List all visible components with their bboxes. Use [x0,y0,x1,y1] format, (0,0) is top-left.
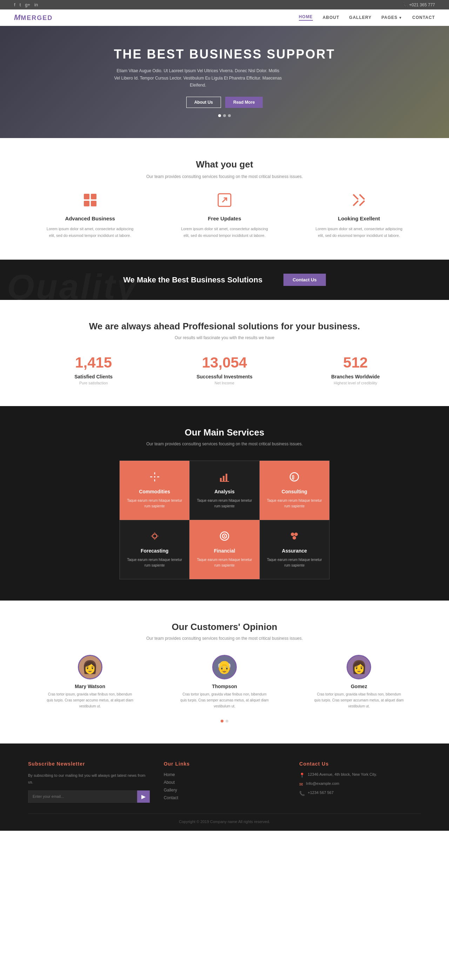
section-title: What you get [28,159,421,170]
navbar: MMerged Home About Gallery Pages ▼ Conta… [0,10,449,26]
svg-line-7 [353,201,358,206]
testimonial-text-2: Cras tortor ipsum, gravida vitae finibus… [313,691,404,709]
service-analysis[interactable]: Analysis Taque earum rerum hitaque tenet… [189,461,259,520]
contact-email-item: ✉ Info@example.com [299,781,421,787]
footer-link-gallery[interactable]: Gallery [164,788,286,792]
service-forecasting[interactable]: Forecasting Taque earum rerum hitaque te… [120,520,189,579]
testimonial-name-1: Thompson [179,684,270,689]
svg-point-25 [294,533,298,536]
hero-content: The Best Business Support Etiam Vitae Au… [113,47,335,117]
testimonial-gomez: 👩 Gomez Cras tortor ipsum, gravida vitae… [313,655,404,709]
footer-link-about[interactable]: About [164,780,286,785]
service-title-5: Assurance [267,548,322,554]
footer-link-home[interactable]: Home [164,772,286,777]
linkedin-icon[interactable]: in [34,2,38,7]
customers-subtitle: Our team provides consulting services fo… [28,636,421,641]
stats-grid: 1,415 Satisfied Clients Pure satisfactio… [28,354,421,385]
stat-number-2: 512 [290,354,421,371]
what-you-get-section: What you get Our team provides consultin… [0,138,449,259]
service-desc-0: Taque earum rerum hitaque tenetur rum sa… [127,498,182,509]
svg-text:₿: ₿ [292,474,294,480]
stat-sub-2: Highest level of credibility [290,381,421,385]
phone-icon: 📞 [299,791,305,796]
logo[interactable]: MMerged [14,13,53,22]
newsletter-title: Subscribe Newsletter [28,761,150,767]
stat-branches: 512 Branches Worldwide Highest level of … [290,354,421,385]
testimonial-name-2: Gomez [313,684,404,689]
hero-subtitle: Etiam Vitae Augue Odio. Ut Laoreet Ipsum… [113,67,282,89]
stat-number-0: 1,415 [28,354,159,371]
testimonial-dot-2[interactable] [225,720,228,722]
footer-contact-title: Contact Us [299,761,421,767]
contact-address: 12346 Avenue, 4th block, New York City. [308,772,377,776]
email-icon: ✉ [299,782,303,787]
nav-about[interactable]: About [323,15,340,20]
grid-icon [83,193,97,210]
services-section: Our Main Services Our team provides cons… [0,406,449,601]
assurance-icon [267,531,322,544]
read-more-button[interactable]: Read More [225,97,263,108]
analysis-icon [197,472,252,485]
service-commodities[interactable]: Commodities Taque earum rerum hitaque te… [120,461,189,520]
about-us-button[interactable]: About Us [186,97,221,108]
contact-email: Info@example.com [306,781,339,786]
dot-1[interactable] [218,114,221,117]
nav-gallery[interactable]: Gallery [349,15,371,20]
service-title-0: Commodities [127,489,182,495]
svg-rect-3 [91,201,96,206]
svg-rect-15 [223,476,225,481]
google-plus-icon[interactable]: g+ [25,2,30,7]
newsletter-submit-button[interactable]: ▶ [137,791,150,803]
hero-section: The Best Business Support Etiam Vitae Au… [0,26,449,138]
stats-section: We are always ahead Proffesional solutio… [0,300,449,406]
nav-home[interactable]: Home [299,14,313,21]
newsletter-email-input[interactable] [28,791,137,803]
footer-link-contact[interactable]: Contact [164,795,286,800]
feature-advanced-business: Advanced Business Lorem ipsum dolor sit … [45,193,136,239]
stat-label-2: Branches Worldwide [290,374,421,379]
hero-carousel-dots [113,114,335,117]
svg-point-18 [290,473,299,481]
location-icon: 📍 [299,773,305,778]
feature-title-1: Free Updates [179,215,270,221]
newsletter-desc: By subscribing to our mailing list you w… [28,772,150,785]
testimonial-dot-1[interactable] [221,720,224,722]
facebook-icon[interactable]: f [14,2,16,7]
dot-3[interactable] [228,114,231,117]
svg-rect-2 [84,201,89,206]
footer-contact-col: Contact Us 📍 12346 Avenue, 4th block, Ne… [299,761,421,803]
service-financial[interactable]: Financial Taque earum rerum hitaque tene… [189,520,259,579]
contact-us-button[interactable]: Contact Us [283,274,326,286]
svg-line-8 [360,201,364,206]
cross-icon [352,193,366,210]
stats-subtitle: Our results will fascinate you with the … [28,335,421,340]
chevron-down-icon: ▼ [398,16,402,20]
contact-phone: +1234 567 567 [308,791,334,795]
testimonial-thompson: 👴 Thompson Cras tortor ipsum, gravida vi… [179,655,270,709]
feature-title-0: Advanced Business [45,215,136,221]
footer-links-list: Home About Gallery Contact [164,772,286,800]
footer-links-title: Our Links [164,761,286,767]
svg-rect-14 [220,478,222,481]
testimonials-grid: 👩 Mary Watson Cras tortor ipsum, gravida… [28,655,421,709]
stat-investments: 13,054 Successful Investments Net Income [159,354,290,385]
service-title-3: Forecasting [127,548,182,554]
services-grid: Commodities Taque earum rerum hitaque te… [119,460,330,579]
feature-looking-exellent: Looking Exellent Lorem ipsum dolor sit a… [313,193,404,239]
service-assurance[interactable]: Assurance Taque earum rerum hitaque tene… [260,520,329,579]
nav-pages[interactable]: Pages ▼ [381,15,402,20]
twitter-icon[interactable]: t [20,2,21,7]
cta-heading: We Make the Best Business Solutions [123,275,262,285]
service-desc-4: Taque earum rerum hitaque tenetur rum sa… [197,557,252,568]
stat-sub-0: Pure satisfaction [28,381,159,385]
stat-label-1: Successful Investments [159,374,290,379]
feature-icon-excellent [350,193,367,210]
footer-copyright: Copyright © 2019 Company name All rights… [28,814,421,824]
cta-section: Quality We Make the Best Business Soluti… [0,259,449,300]
dot-2[interactable] [223,114,226,117]
service-consulting[interactable]: ₿ Consulting Taque earum rerum hitaque t… [260,461,329,520]
contact-info-list: 📍 12346 Avenue, 4th block, New York City… [299,772,421,796]
avatar-mary: 👩 [78,655,102,679]
consulting-icon: ₿ [267,472,322,485]
nav-contact[interactable]: Contact [412,15,435,20]
